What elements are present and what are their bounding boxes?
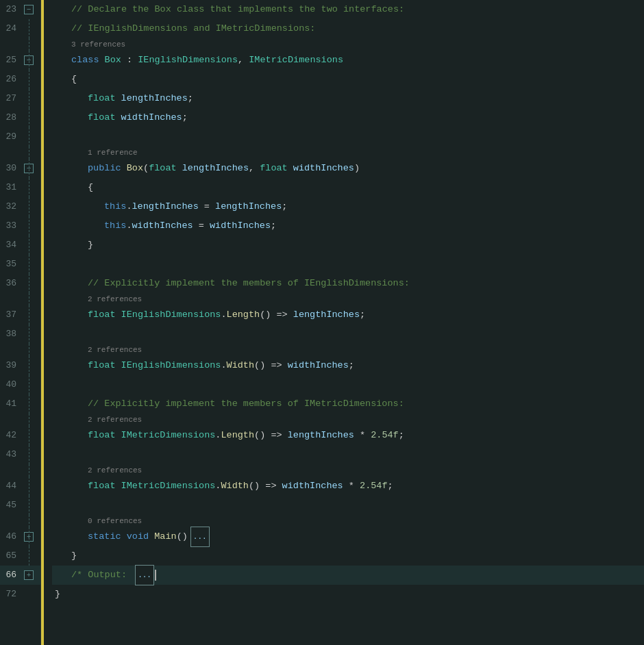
- line-number-23: 23: [0, 0, 22, 19]
- gutter-31: [22, 178, 40, 197]
- dot-33: .: [126, 216, 132, 236]
- ident-width-33: widthInches: [132, 216, 193, 236]
- code-line-37: float IEnglishDimensions.Length() => len…: [52, 305, 644, 325]
- dash-38: [29, 325, 29, 344]
- dash-46: [29, 527, 29, 546]
- dash-42: [29, 426, 29, 445]
- line-72-content: }: [52, 585, 60, 604]
- kw-this-32: this: [104, 197, 126, 216]
- code-line-30: public Box(float lengthInches, float wid…: [52, 159, 644, 178]
- ref-row-3: 3 references: [52, 38, 644, 51]
- kw-float-30b: float: [260, 159, 288, 178]
- code-content-area: // Declare the Box class that implements…: [44, 0, 644, 645]
- code-line-26: {: [52, 70, 644, 89]
- line-24-content: // IEnglishDimensions and IMetricDimensi…: [52, 19, 315, 38]
- line-45-content: [52, 496, 60, 515]
- method-box: Box: [127, 159, 143, 178]
- code-line-39: float IEnglishDimensions.Width() => widt…: [52, 356, 644, 375]
- ident-width-33b: widthInches: [210, 216, 271, 236]
- code-line-34: }: [52, 236, 644, 255]
- kw-float-28: float: [88, 108, 121, 127]
- ref-row-2c: 2 references: [52, 414, 644, 426]
- line-65-content: }: [52, 546, 77, 566]
- code-line-36: // Explicitly implement the members of I…: [52, 274, 644, 293]
- brace-open-31: {: [88, 178, 93, 197]
- comment-36: // Explicitly implement the members of I…: [88, 274, 410, 293]
- collapse-btn-23[interactable]: −: [24, 5, 34, 14]
- eq-32: =: [199, 197, 215, 216]
- gutter-33: [22, 216, 40, 236]
- line-number-44: 44: [0, 477, 22, 496]
- ref-row-0: 0 references: [52, 515, 644, 527]
- gutter-26: [22, 70, 40, 89]
- dash-32: [29, 197, 29, 216]
- gutter-23: −: [22, 0, 40, 19]
- line-number-40: 40: [0, 375, 22, 394]
- punct-colon: :: [121, 51, 138, 70]
- arrow-37: =>: [276, 305, 293, 325]
- dot-32a: .: [126, 197, 132, 216]
- dash-40: [29, 375, 29, 394]
- dash-41: [29, 394, 29, 414]
- collapse-btn-66[interactable]: +: [24, 570, 34, 580]
- gutter-36: [22, 274, 40, 293]
- gutter-37: [22, 305, 40, 325]
- space-30b: [288, 159, 293, 178]
- line-number-35: 35: [0, 255, 22, 274]
- kw-public-30: public: [88, 159, 127, 178]
- line-number-39: 39: [0, 356, 22, 375]
- arrow-44: =>: [265, 477, 282, 496]
- kw-float-37: float: [88, 305, 121, 325]
- iface-english-37: IEnglishDimensions: [121, 305, 221, 325]
- line-29-content: [52, 127, 60, 147]
- code-line-72: }: [52, 585, 644, 604]
- dot-39: .: [221, 356, 226, 375]
- comment-41: // Explicitly implement the members of I…: [88, 394, 404, 414]
- param-width: widthInches: [293, 159, 354, 178]
- ref-row-1b: 1 reference: [52, 147, 644, 159]
- brace-close-72: }: [55, 585, 60, 604]
- dash-37: [29, 305, 29, 325]
- line-number-26: 26: [0, 70, 22, 89]
- ident-width-44: widthInches: [282, 477, 343, 496]
- line-number-28: 28: [0, 108, 22, 127]
- semi-32: ;: [282, 197, 287, 216]
- code-line-44: float IMetricDimensions.Width() => width…: [52, 477, 644, 496]
- line-44-content: float IMetricDimensions.Width() => width…: [52, 477, 393, 496]
- param-length: lengthInches: [182, 159, 249, 178]
- dash-ref3: [29, 38, 29, 51]
- space-30a: [177, 159, 182, 178]
- collapsed-output[interactable]: ...: [135, 565, 154, 585]
- code-line-29: [52, 127, 644, 147]
- line-32-content: this.lengthInches = lengthInches;: [52, 197, 287, 216]
- ident-length: lengthInches: [121, 89, 188, 108]
- dash-ref2d: [29, 464, 29, 477]
- ref-row-2b: 2 references: [52, 344, 644, 356]
- code-line-24: // IEnglishDimensions and IMetricDimensi…: [52, 19, 644, 38]
- dash-35: [29, 255, 29, 274]
- ident-length-32b: lengthInches: [215, 197, 282, 216]
- dot-44: .: [215, 477, 221, 496]
- line-26-content: {: [52, 70, 77, 89]
- dash-24: [29, 19, 29, 38]
- gutter-ref2d: [22, 464, 40, 477]
- gutter-66: +: [22, 566, 40, 585]
- gutter-24: [22, 19, 40, 38]
- dash-ref1b: [29, 147, 29, 159]
- ref-text-1b: 1 reference: [88, 149, 138, 157]
- dash-ref2b: [29, 344, 29, 356]
- line-number-65: 65: [0, 546, 22, 566]
- ref-text-2d: 2 references: [88, 466, 142, 475]
- line-number-32: 32: [0, 197, 22, 216]
- brace-open-26: {: [71, 70, 77, 89]
- method-length-42: Length: [221, 426, 254, 445]
- code-line-25: class Box : IEnglishDimensions, IMetricD…: [52, 51, 644, 70]
- line-41-content: // Explicitly implement the members of I…: [52, 394, 404, 414]
- line-number-34: 34: [0, 236, 22, 255]
- dot-42: .: [215, 426, 221, 445]
- ref-text-2a: 2 references: [88, 295, 142, 303]
- gutter-34: [22, 236, 40, 255]
- line-42-content: float IMetricDimensions.Length() => leng…: [52, 426, 404, 445]
- collapsed-main[interactable]: ...: [190, 527, 210, 547]
- dash-25: [29, 51, 29, 70]
